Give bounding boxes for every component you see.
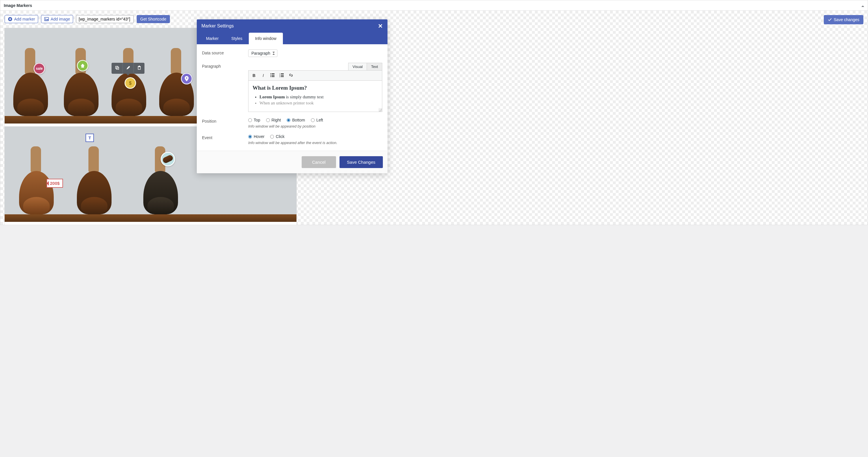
svg-rect-13 (272, 74, 275, 74)
svg-point-14 (271, 75, 271, 76)
editor-tab-visual[interactable]: Visual (348, 63, 367, 70)
svg-text:$: $ (129, 81, 132, 86)
svg-rect-15 (272, 75, 275, 76)
resize-handle[interactable] (378, 108, 382, 112)
position-right-radio[interactable]: Right (266, 118, 281, 122)
save-button[interactable]: Save Changes (340, 156, 383, 168)
event-label: Event (202, 134, 245, 140)
svg-rect-5 (116, 66, 118, 68)
ul-icon (270, 73, 275, 78)
editor-bullet: When an unknown printer took (259, 100, 378, 106)
tab-info-window[interactable]: Info window (249, 33, 283, 44)
position-bottom-radio[interactable]: Bottom (287, 118, 305, 122)
svg-point-12 (271, 73, 271, 74)
marker-text[interactable]: T (86, 134, 94, 142)
marker-pin[interactable] (181, 73, 192, 84)
svg-rect-21 (281, 75, 284, 76)
add-image-label: Add image (51, 17, 70, 21)
panel-title: Image Markers (4, 3, 32, 8)
toolbar: Add marker Add image Get Shortcode (5, 15, 863, 23)
svg-rect-2 (9, 19, 11, 19)
svg-text:3: 3 (279, 76, 280, 78)
svg-point-16 (271, 76, 271, 77)
marker-toolbar (112, 63, 145, 74)
event-hover-radio[interactable]: Hover (248, 134, 265, 139)
editor-bullet: Lorem Ipsum is simply dummy text (259, 94, 378, 100)
editor-heading: What is Lorem Ipsum? (252, 85, 378, 91)
position-label: Position (202, 118, 245, 123)
save-changes-label: Save changes (834, 17, 859, 22)
edit-marker-button[interactable] (123, 63, 133, 74)
bullet-list-button[interactable] (269, 72, 276, 79)
map-pin-icon (185, 76, 189, 81)
panel-header: Image Markers (0, 0, 868, 11)
image-icon (44, 17, 49, 21)
bold-icon: B (252, 73, 255, 78)
cancel-button[interactable]: Cancel (302, 156, 336, 168)
delete-marker-button[interactable] (133, 63, 145, 74)
image-markers-panel: Image Markers Add marker Add image Get S… (0, 0, 868, 225)
position-hint: Info window will be appeared by position (248, 124, 382, 128)
tab-styles[interactable]: Styles (225, 33, 249, 44)
add-marker-button[interactable]: Add marker (5, 15, 38, 23)
add-image-button[interactable]: Add image (41, 15, 73, 23)
settings-tabs: Marker Styles Info window (197, 33, 388, 44)
data-source-select[interactable]: Paragraph (248, 50, 277, 57)
svg-point-4 (45, 18, 46, 19)
marker-home[interactable] (77, 60, 88, 72)
bold-button[interactable]: B (250, 72, 258, 79)
link-icon (289, 73, 293, 78)
event-hint: Info window will be appeared after the e… (248, 141, 382, 145)
svg-rect-9 (139, 66, 140, 66)
get-shortcode-button[interactable]: Get Shortcode (137, 15, 169, 23)
editor-toolbar: B I 123 (248, 70, 382, 81)
marker-sale[interactable]: sale (33, 63, 45, 74)
close-settings-button[interactable]: ✕ (378, 23, 383, 29)
italic-button[interactable]: I (259, 72, 267, 79)
svg-rect-19 (281, 74, 284, 74)
pencil-icon (126, 65, 131, 70)
editor-content[interactable]: What is Lorem Ipsum? Lorem Ipsum is simp… (248, 81, 382, 112)
check-icon (828, 18, 832, 22)
ol-icon: 123 (279, 73, 284, 78)
svg-rect-8 (138, 66, 141, 67)
paragraph-editor: Visual Text B I 123 (248, 63, 382, 112)
save-changes-button[interactable]: Save changes (824, 15, 863, 24)
copy-icon (115, 65, 119, 70)
numbered-list-button[interactable]: 123 (278, 72, 285, 79)
plus-circle-icon (8, 17, 12, 21)
svg-rect-23 (281, 76, 284, 77)
marker-photo[interactable] (161, 152, 175, 166)
svg-rect-3 (44, 17, 49, 21)
paragraph-label: Paragraph (202, 63, 245, 68)
add-marker-label: Add marker (14, 17, 35, 21)
duplicate-marker-button[interactable] (112, 63, 123, 74)
svg-rect-7 (138, 67, 141, 69)
collapse-panel-icon[interactable] (861, 4, 864, 7)
trash-icon (137, 65, 142, 70)
dollar-icon: $ (128, 80, 132, 86)
event-click-radio[interactable]: Click (270, 134, 284, 139)
marker-dollar[interactable]: $ (125, 77, 136, 89)
shoe-thumb-icon (162, 154, 174, 164)
link-button[interactable] (287, 72, 295, 79)
italic-icon: I (262, 73, 264, 78)
settings-title: Marker Settings (202, 23, 234, 29)
marker-price[interactable]: 200$ (46, 179, 63, 188)
position-left-radio[interactable]: Left (311, 118, 323, 122)
marker-settings-panel: Marker Settings ✕ Marker Styles Info win… (197, 19, 388, 173)
position-top-radio[interactable]: Top (248, 118, 260, 122)
data-source-label: Data source (202, 50, 245, 55)
tab-marker[interactable]: Marker (200, 33, 225, 44)
shortcode-input[interactable] (76, 15, 134, 23)
svg-point-11 (186, 78, 188, 79)
svg-rect-17 (272, 76, 275, 77)
svg-rect-6 (117, 67, 119, 69)
home-icon (80, 63, 85, 68)
editor-tab-text[interactable]: Text (367, 63, 382, 70)
